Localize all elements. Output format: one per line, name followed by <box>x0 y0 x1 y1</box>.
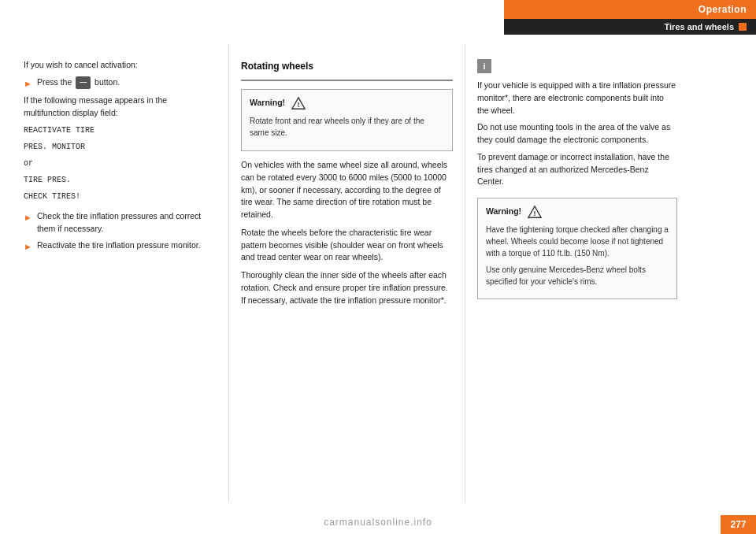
step1-text: Press the — button. <box>37 76 213 89</box>
operation-label: Operation <box>699 4 747 15</box>
right-warning-text1: Have the tightening torque checked after… <box>486 224 669 259</box>
divider <box>241 80 453 81</box>
svg-text:!: ! <box>298 101 300 109</box>
right-warning-triangle-icon: ! <box>528 205 542 219</box>
page-number: 277 <box>721 515 756 534</box>
middle-para2: Rotate the wheels before the characteris… <box>241 227 453 264</box>
left-column: If you wish to cancel activation: ► Pres… <box>0 43 228 502</box>
middle-warning-header: Warning! ! <box>250 96 444 110</box>
code4: CHECK TIRES! <box>24 191 213 202</box>
intro-text: If you wish to cancel activation: <box>24 59 213 72</box>
main-content: If you wish to cancel activation: ► Pres… <box>0 43 756 502</box>
button-icon: — <box>76 76 91 89</box>
bullet1-text: Check the tire inflation pressures and c… <box>37 210 213 235</box>
middle-para1: On vehicles with the same wheel size all… <box>241 159 453 221</box>
tires-wheels-label: Tires and wheels <box>665 22 734 32</box>
middle-warning-label: Warning! <box>250 97 285 109</box>
right-warning-header: Warning! ! <box>486 205 669 219</box>
right-para1: If your vehicle is equipped with a tire … <box>477 80 677 117</box>
arrow-icon-3: ► <box>24 240 32 254</box>
code3: TIRE PRES. <box>24 174 213 186</box>
middle-para3: Thoroughly clean the inner side of the w… <box>241 269 453 306</box>
section-icon <box>739 23 747 31</box>
right-warning-text2: Use only genuine Mercedes-Benz wheel bol… <box>486 264 669 287</box>
middle-warning-text: Rotate front and rear wheels only if the… <box>250 115 444 139</box>
tires-wheels-bar: Tires and wheels <box>504 19 756 35</box>
code1: REACTIVATE TIRE <box>24 124 213 136</box>
code2: PRES. MONITOR <box>24 141 213 153</box>
middle-column: Rotating wheels Warning! ! Rotate front … <box>228 43 465 502</box>
info-icon: i <box>477 59 491 73</box>
svg-text:!: ! <box>534 210 536 217</box>
if-message-text: If the following message appears in the … <box>24 95 213 120</box>
right-para2: Do not use mounting tools in the area of… <box>477 121 677 146</box>
bullet1-item: ► Check the tire inflation pressures and… <box>24 210 213 235</box>
watermark: carmanualsonline.info <box>324 517 432 528</box>
bullet2-text: Reactivate the tire inflation pressure m… <box>37 239 213 252</box>
section-title: Rotating wheels <box>241 59 453 73</box>
step1-item: ► Press the — button. <box>24 76 213 91</box>
warning-triangle-icon: ! <box>291 96 306 110</box>
middle-warning-box: Warning! ! Rotate front and rear wheels … <box>241 89 453 151</box>
right-warning-box: Warning! ! Have the tightening torque ch… <box>477 198 677 299</box>
or-text: or <box>24 158 213 169</box>
right-para3: To prevent damage or incorrect installat… <box>477 151 677 188</box>
header: Operation Tires and wheels <box>504 0 756 35</box>
right-warning-label: Warning! <box>486 206 521 218</box>
right-column: i If your vehicle is equipped with a tir… <box>465 43 693 502</box>
arrow-icon-2: ► <box>24 211 32 224</box>
arrow-icon-1: ► <box>24 77 32 91</box>
bullet2-item: ► Reactivate the tire inflation pressure… <box>24 239 213 254</box>
operation-bar: Operation <box>504 0 756 19</box>
